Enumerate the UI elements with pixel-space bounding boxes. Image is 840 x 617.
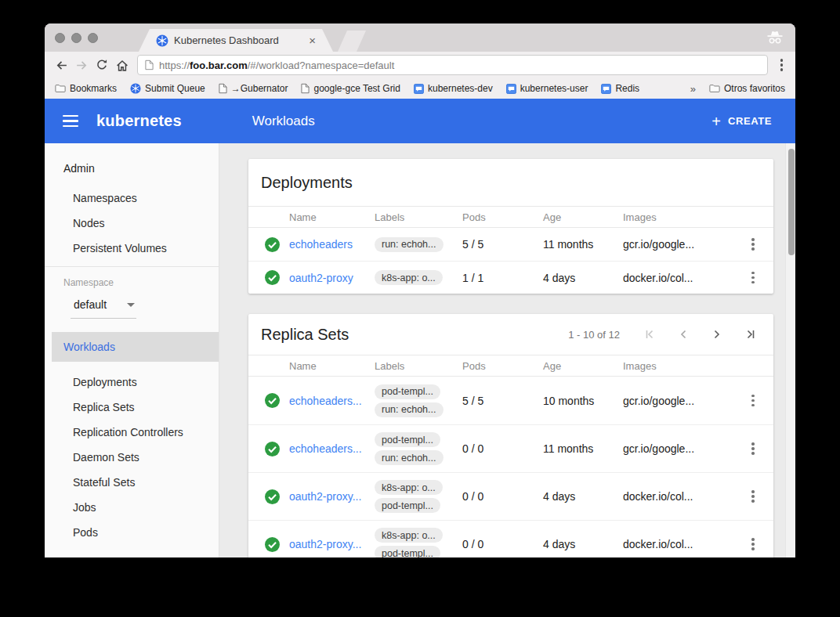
- label-chip: pod-templ...: [375, 432, 440, 447]
- bookmark-item[interactable]: kubernetes-user: [506, 83, 588, 94]
- resource-link[interactable]: echoheaders...: [289, 395, 375, 407]
- chevron-down-icon: [127, 303, 135, 307]
- last-page-icon[interactable]: [745, 329, 756, 340]
- scrollbar-thumb[interactable]: [788, 149, 795, 255]
- first-page-icon[interactable]: [644, 329, 655, 340]
- row-menu-kebab-icon[interactable]: [751, 238, 755, 251]
- label-chip: k8s-app: o...: [375, 270, 443, 285]
- table-row: oauth2-proxy... k8s-app: o... pod-templ.…: [248, 520, 773, 557]
- bookmark-item[interactable]: Redis: [601, 83, 639, 94]
- bookmarks-overflow-chevron[interactable]: »: [690, 83, 696, 95]
- sidebar-item-nodes[interactable]: Nodes: [45, 211, 219, 236]
- close-window-button[interactable]: [55, 33, 65, 43]
- table-header: Name Labels Pods Age Images: [248, 206, 773, 228]
- minimize-window-button[interactable]: [71, 33, 81, 43]
- sidebar: Admin Namespaces Nodes Persistent Volume…: [45, 143, 219, 557]
- deployments-title: Deployments: [261, 174, 353, 192]
- table-row: echoheaders run: echoh... 5 / 5 11 month…: [248, 228, 773, 261]
- sidebar-item-replication-controllers[interactable]: Replication Controllers: [45, 420, 219, 445]
- group-icon: [506, 84, 516, 94]
- sidebar-item-namespaces[interactable]: Namespaces: [45, 186, 219, 211]
- namespace-label: Namespace: [45, 269, 219, 290]
- row-menu-kebab-icon[interactable]: [751, 490, 755, 503]
- table-row: oauth2-proxy... k8s-app: o... pod-templ.…: [248, 472, 773, 520]
- folder-icon: [55, 84, 66, 93]
- scrollbar[interactable]: [785, 143, 795, 557]
- kubernetes-icon: [130, 83, 141, 94]
- next-page-icon[interactable]: [711, 329, 722, 340]
- bookmark-item[interactable]: →Gubernator: [219, 83, 288, 94]
- page-icon: [301, 83, 310, 94]
- zoom-window-button[interactable]: [88, 33, 98, 43]
- bookmark-item[interactable]: kubernetes-dev: [414, 83, 493, 94]
- row-menu-kebab-icon[interactable]: [751, 272, 755, 284]
- sidebar-item-jobs[interactable]: Jobs: [45, 495, 219, 520]
- url-bar[interactable]: https://foo.bar.com/#/workload?namespace…: [137, 55, 768, 75]
- status-ok-icon: [265, 393, 280, 408]
- bookmarks-bar: Bookmarks Submit Queue →Gubernator googl…: [45, 78, 795, 99]
- label-chip: pod-templ...: [375, 498, 440, 513]
- sidebar-section-admin[interactable]: Admin: [45, 162, 219, 175]
- kubernetes-logo: kubernetes: [96, 112, 182, 130]
- resource-link[interactable]: oauth2-proxy...: [289, 538, 375, 550]
- resource-link[interactable]: echoheaders: [289, 238, 375, 251]
- page-icon: [219, 83, 227, 94]
- group-icon: [414, 84, 424, 94]
- back-button[interactable]: [51, 59, 71, 72]
- resource-link[interactable]: echoheaders...: [289, 442, 375, 455]
- home-button[interactable]: [112, 59, 132, 72]
- plus-icon: +: [711, 114, 721, 129]
- forward-button[interactable]: [71, 59, 92, 72]
- sidebar-item-persistent-volumes[interactable]: Persistent Volumes: [45, 236, 219, 261]
- sidebar-item-deployments[interactable]: Deployments: [45, 370, 219, 395]
- status-ok-icon: [265, 489, 280, 504]
- table-row: echoheaders... pod-templ... run: echoh..…: [248, 424, 773, 472]
- label-chip: k8s-app: o...: [375, 528, 443, 543]
- main-content: Deployments Name Labels Pods Age Images …: [219, 143, 795, 557]
- bookmark-item[interactable]: Bookmarks: [55, 83, 117, 94]
- incognito-icon: [766, 30, 784, 45]
- label-chip: k8s-app: o...: [375, 480, 443, 495]
- sidebar-item-replica-sets[interactable]: Replica Sets: [45, 395, 219, 420]
- browser-tab[interactable]: Kubernetes Dashboard ×: [139, 29, 333, 52]
- deployments-card: Deployments Name Labels Pods Age Images …: [248, 159, 773, 294]
- row-menu-kebab-icon[interactable]: [751, 538, 755, 550]
- resource-link[interactable]: oauth2-proxy...: [289, 490, 375, 503]
- window-controls: [55, 33, 98, 43]
- label-chip: pod-templ...: [375, 546, 440, 557]
- status-ok-icon: [265, 537, 280, 552]
- pagination-range: 1 - 10 of 12: [568, 329, 620, 341]
- sidebar-divider: [45, 266, 219, 267]
- status-ok-icon: [265, 237, 280, 252]
- sidebar-item-daemon-sets[interactable]: Daemon Sets: [45, 445, 219, 470]
- row-menu-kebab-icon[interactable]: [751, 395, 755, 407]
- prev-page-icon[interactable]: [678, 329, 689, 340]
- table-header: Name Labels Pods Age Images: [248, 355, 773, 377]
- kubernetes-favicon-icon: [156, 34, 168, 47]
- label-chip: run: echoh...: [375, 402, 444, 417]
- resource-link[interactable]: oauth2-proxy: [289, 272, 375, 284]
- pagination: 1 - 10 of 12: [568, 329, 756, 341]
- sidebar-item-stateful-sets[interactable]: Stateful Sets: [45, 470, 219, 495]
- sidebar-item-workloads[interactable]: Workloads: [52, 332, 219, 362]
- reload-button[interactable]: [92, 59, 112, 71]
- bookmark-item[interactable]: Submit Queue: [130, 83, 205, 94]
- create-button[interactable]: + CREATE: [711, 114, 772, 129]
- row-menu-kebab-icon[interactable]: [751, 442, 755, 455]
- replica-sets-title: Replica Sets: [261, 326, 349, 344]
- bookmark-folder-otros[interactable]: Otros favoritos: [709, 83, 785, 94]
- new-tab-button[interactable]: [338, 31, 366, 52]
- bookmark-item[interactable]: google-gce Test Grid: [301, 83, 400, 94]
- table-row: oauth2-proxy k8s-app: o... 1 / 1 4 days …: [248, 261, 773, 294]
- sidebar-item-pods[interactable]: Pods: [45, 520, 219, 545]
- browser-toolbar: https://foo.bar.com/#/workload?namespace…: [45, 52, 795, 78]
- namespace-select[interactable]: default: [71, 298, 136, 319]
- replica-sets-card: Replica Sets 1 - 10 of 12 Name Labels Po…: [248, 314, 773, 557]
- app-header: kubernetes Workloads + CREATE: [45, 99, 795, 143]
- menu-hamburger-icon[interactable]: [63, 115, 78, 127]
- label-chip: run: echoh...: [375, 450, 444, 465]
- browser-menu-button[interactable]: [774, 59, 790, 71]
- label-chip: run: echoh...: [375, 237, 444, 252]
- table-row: echoheaders... pod-templ... run: echoh..…: [248, 377, 773, 424]
- tab-close-icon[interactable]: ×: [309, 34, 316, 46]
